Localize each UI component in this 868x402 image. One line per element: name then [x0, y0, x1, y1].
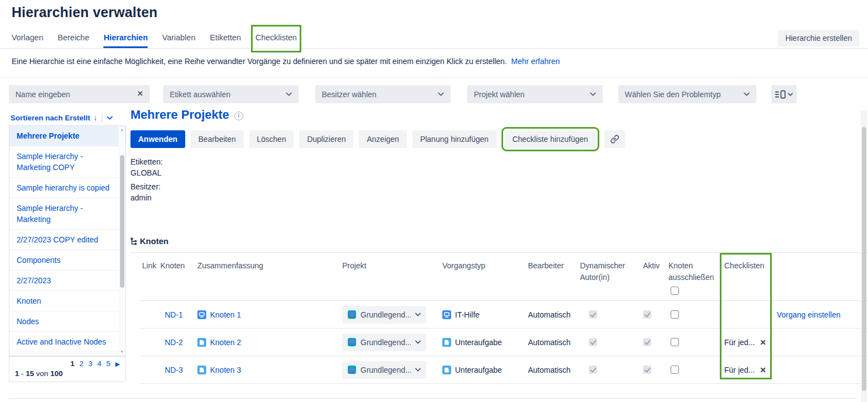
project-select[interactable]: Grundlegend... [342, 361, 426, 379]
project-filter-select[interactable]: Projekt wählen [467, 85, 603, 103]
checklist-value[interactable]: Für jed... [724, 338, 755, 347]
col-header-vorgangstyp: Vorgangstyp [440, 253, 526, 301]
owner-value: admin [130, 192, 868, 203]
create-hierarchy-button[interactable]: Hierarchie erstellen [778, 30, 859, 46]
page-button-3[interactable]: 3 [88, 359, 93, 368]
scroll-up-icon[interactable]: ▲ [119, 126, 125, 133]
tab-bereiche[interactable]: Bereiche [57, 29, 89, 48]
remove-checklist-icon[interactable]: ✕ [760, 338, 766, 347]
hierarchy-tree-icon [130, 237, 137, 245]
add-planning-button[interactable]: Planung hinzufügen [412, 130, 496, 148]
intro-section: Eine Hierarchie ist eine einfache Möglic… [0, 49, 868, 78]
list-item[interactable]: Sample Hierarchy - Marketing [9, 198, 126, 230]
exclude-checkbox[interactable] [671, 338, 679, 346]
node-key-link[interactable]: ND-2 [160, 338, 183, 347]
chevron-down-icon [286, 92, 292, 96]
exclude-all-checkbox[interactable] [671, 287, 679, 295]
hierarchy-meta: Etiketten: GLOBAL Besitzer: admin [130, 156, 868, 203]
active-cell [641, 301, 666, 329]
list-item[interactable]: Sample Hierarchy - Marketing COPY [9, 146, 126, 178]
page-button-1[interactable]: 1 [70, 359, 75, 368]
name-filter: ✕ [9, 85, 150, 103]
list-item[interactable]: CS-400 [9, 352, 126, 356]
issuetype-filter-select[interactable]: Wählen Sie den Problemtyp [618, 85, 756, 103]
node-key-cell: ND-3 [158, 356, 195, 384]
node-key-link[interactable]: ND-1 [160, 310, 183, 319]
node-summary-link[interactable]: Knoten 2 [210, 338, 241, 347]
scrollbar-thumb[interactable] [862, 127, 866, 391]
tab-hierarchien[interactable]: Hierarchien [103, 29, 148, 48]
page-title: Hierarchien verwalten [12, 4, 868, 20]
list-item[interactable]: 2/27/2023 COPY edited [9, 230, 126, 250]
list-item[interactable]: Sample hierarchy is copied [9, 178, 126, 198]
sort-control[interactable]: Sortieren nach Erstellt ↓ [9, 110, 126, 125]
list-item[interactable]: Mehrere Projekte [9, 126, 126, 146]
checklist-value[interactable]: Für jed... [724, 366, 755, 374]
exclude-checkbox[interactable] [671, 366, 679, 374]
chevron-down-icon [788, 93, 793, 96]
project-select[interactable]: Grundlegend... [342, 334, 426, 351]
page-button-4[interactable]: 4 [97, 359, 102, 368]
tab-vorlagen[interactable]: Vorlagen [12, 29, 43, 48]
list-item[interactable]: Knoten [9, 291, 126, 311]
node-key-link[interactable]: ND-3 [160, 366, 183, 374]
scroll-down-icon[interactable]: ▼ [119, 348, 125, 355]
name-filter-input[interactable] [9, 85, 150, 103]
filter-bar: ✕ Etikett auswählen Besitzer wählen Proj… [0, 85, 868, 103]
col-header-link: Link [140, 253, 158, 301]
link-button[interactable] [604, 130, 625, 148]
summary-cell: Knoten 2 [195, 329, 340, 356]
tab-etiketten[interactable]: Etiketten [210, 29, 240, 48]
page-button-5[interactable]: 5 [106, 359, 111, 368]
node-key-cell: ND-1 [158, 301, 195, 329]
project-select[interactable]: Grundlegend... [342, 306, 426, 324]
content: Sortieren nach Erstellt ↓ Mehrere Projek… [0, 107, 868, 384]
clear-name-icon[interactable]: ✕ [137, 89, 143, 98]
scrollbar-thumb[interactable] [120, 155, 124, 288]
sort-direction-icon[interactable]: ↓ [93, 114, 97, 122]
page-button-2[interactable]: 2 [79, 359, 83, 368]
learn-more-link[interactable]: Mehr erfahren [511, 57, 560, 66]
delete-button[interactable]: Löschen [249, 130, 294, 148]
labels-value: GLOBAL [130, 167, 868, 178]
list-item[interactable]: Nodes [9, 311, 126, 332]
subtask-icon [442, 338, 451, 347]
sidebar: Sortieren nach Erstellt ↓ Mehrere Projek… [9, 107, 126, 384]
node-key-cell: ND-2 [158, 329, 195, 356]
tab-variablen[interactable]: Variablen [162, 29, 195, 48]
list-item[interactable]: Components [9, 250, 126, 271]
list-item[interactable]: Active and Inactive Nodes [9, 332, 126, 352]
node-summary-link[interactable]: Knoten 1 [210, 310, 241, 319]
checklist-cell: Für jed... ✕ [722, 356, 775, 384]
exclude-cell [666, 356, 722, 384]
node-summary-link[interactable]: Knoten 3 [210, 366, 241, 374]
list-item[interactable]: 2/27/2023 [9, 271, 126, 291]
show-button[interactable]: Anzeigen [359, 130, 406, 148]
project-avatar [348, 310, 356, 319]
next-page-icon[interactable]: ▶ [116, 361, 120, 367]
label-filter-select[interactable]: Etikett auswählen [163, 85, 299, 103]
apply-button[interactable]: Anwenden [130, 130, 185, 148]
info-icon[interactable]: i [234, 112, 243, 120]
page: Hierarchien verwalten Hierarchie erstell… [0, 0, 868, 402]
page-scrollbar[interactable] [861, 110, 867, 402]
remove-checklist-icon[interactable]: ✕ [760, 366, 766, 374]
set-issue-link[interactable]: Vorgang einstellen [777, 310, 840, 319]
checklist-cell: Für jed... ✕ [722, 329, 775, 356]
col-header-knoten-ausschliessen: Knoten ausschließen [666, 253, 722, 301]
add-checklist-button[interactable]: Checkliste hinzufügen [505, 130, 596, 148]
divider [102, 114, 102, 122]
edit-button[interactable]: Bearbeiten [191, 130, 244, 148]
sort-dropdown-icon[interactable] [107, 116, 113, 120]
action-cell: Vorgang einstellen [775, 301, 868, 329]
assignee-cell: Automatisch [526, 356, 578, 384]
duplicate-button[interactable]: Duplizieren [299, 130, 353, 148]
exclude-checkbox[interactable] [671, 310, 679, 319]
owner-filter-select[interactable]: Besitzer wählen [315, 85, 451, 103]
nodes-table: Link Knoten Zusammenfassung Projekt Vorg… [130, 252, 868, 384]
sidebar-scrollbar[interactable]: ▲ ▼ [119, 126, 125, 355]
tab-checklisten[interactable]: Checklisten [255, 29, 297, 48]
nodes-section-header: Knoten [130, 236, 868, 246]
view-switch-button[interactable] [771, 85, 797, 103]
assignee-cell: Automatisch [526, 329, 578, 356]
